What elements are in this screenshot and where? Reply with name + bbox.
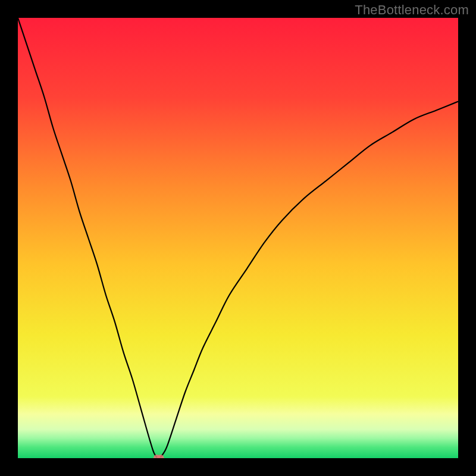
plot-background	[18, 18, 458, 458]
watermark-text: TheBottleneck.com	[355, 2, 469, 18]
chart-frame: TheBottleneck.com	[0, 0, 476, 476]
bottleneck-chart	[18, 18, 458, 458]
